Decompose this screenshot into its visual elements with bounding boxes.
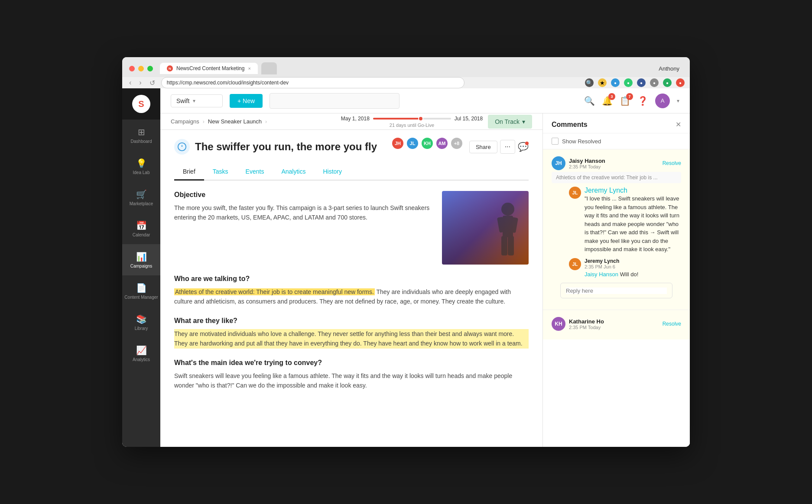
comment-2-header: KH Katharine Ho 2:35 PM Today Resolve [552, 317, 681, 331]
new-button[interactable]: + New [230, 94, 263, 108]
tab-analytics[interactable]: Analytics [273, 164, 314, 181]
reply-2-name: Jeremy Lynch [585, 258, 681, 264]
comment-2-time: 2:35 PM Today [569, 325, 604, 330]
minimize-window-button[interactable] [138, 66, 144, 71]
reply-input[interactable] [566, 288, 667, 294]
clipboard-button[interactable]: 📋 7 [620, 96, 630, 106]
active-tab[interactable]: N NewsCred Content Marketing × [160, 63, 258, 74]
bookmark-icon[interactable]: ★ [598, 78, 607, 87]
tab-favicon: N [167, 65, 173, 71]
hero-image [442, 191, 529, 265]
user-avatar[interactable]: A [655, 94, 670, 108]
comments-panel: Comments ✕ Show Resolved JH [542, 113, 690, 447]
profile-icon-1[interactable]: ● [611, 78, 620, 87]
status-button[interactable]: On Track ▾ [488, 115, 532, 129]
comment-reply-1: JL Jeremy Lynch "I love this ... Swift s… [569, 187, 681, 254]
search-icon-topbar[interactable]: 🔍 [584, 96, 595, 106]
extension-icon-1[interactable]: ● [650, 78, 659, 87]
close-comments-button[interactable]: ✕ [676, 120, 681, 129]
profile-icon-2[interactable]: ● [624, 78, 633, 87]
sidebar-label-marketplace: Marketplace [130, 201, 153, 206]
clipboard-badge: 7 [626, 93, 633, 100]
sidebar-label-library: Library [135, 326, 148, 331]
objective-title: Objective [174, 191, 433, 199]
new-tab-button[interactable] [261, 62, 277, 74]
extension-icon-2[interactable]: ● [663, 78, 672, 87]
top-bar: Swift ▾ + New 🔍 🔔 3 📋 7 [160, 88, 690, 113]
sidebar-item-content-manager[interactable]: 📄 Content Manager [122, 275, 160, 307]
notifications-button[interactable]: 🔔 3 [602, 96, 613, 106]
topbar-icons: 🔍 🔔 3 📋 7 ❓ A ▾ [584, 94, 679, 108]
profile-icon-3[interactable]: ● [637, 78, 646, 87]
sidebar-item-dashboard[interactable]: ⊞ Dashboard [122, 120, 160, 151]
resolve-button-1[interactable]: Resolve [663, 160, 681, 166]
reply-2-avatar: JL [569, 258, 581, 270]
library-icon: 📚 [136, 314, 147, 324]
sidebar-item-analytics[interactable]: 📈 Analytics [122, 338, 160, 369]
idea-lab-icon: 💡 [136, 158, 147, 168]
maximize-window-button[interactable] [147, 66, 153, 71]
avatar-4: AM [435, 137, 448, 150]
browser-user: Anthony [659, 65, 683, 72]
status-label: On Track [495, 118, 520, 125]
user-dropdown-icon[interactable]: ▾ [677, 98, 679, 104]
avatar-3: KH [421, 137, 434, 150]
extension-icon-3[interactable]: ● [676, 78, 685, 87]
more-options-button[interactable]: ··· [500, 140, 515, 154]
share-button[interactable]: Share [469, 141, 497, 153]
breadcrumb: Campaigns › New Sneaker Launch › May 1, … [160, 113, 542, 130]
tab-close-button[interactable]: × [248, 66, 250, 71]
marketplace-icon: 🛒 [136, 189, 147, 200]
close-window-button[interactable] [129, 66, 135, 71]
comments-toggle-button[interactable]: 💬 [518, 142, 529, 152]
breadcrumb-campaign-name[interactable]: New Sneaker Launch [208, 118, 262, 125]
tab-events[interactable]: Events [237, 164, 273, 181]
sidebar-item-marketplace[interactable]: 🛒 Marketplace [122, 182, 160, 213]
sidebar-item-idea-lab[interactable]: 💡 Idea Lab [122, 151, 160, 182]
avatar-2: JL [406, 137, 419, 150]
comments-header: Comments ✕ [543, 113, 690, 133]
forward-button[interactable]: › [137, 78, 143, 87]
sidebar-item-calendar[interactable]: 📅 Calendar [122, 213, 160, 244]
comment-thread-1: JH Jaisy Hanson 2:35 PM Today Resolve At… [543, 149, 690, 310]
who-title: Who are we talking to? [174, 275, 529, 283]
reply-1-text: "I love this ... Swift sneakers will lea… [585, 194, 681, 254]
tab-history[interactable]: History [314, 164, 351, 181]
like-title: What are they like? [174, 317, 529, 325]
comments-list: JH Jaisy Hanson 2:35 PM Today Resolve At… [543, 149, 690, 447]
status-dropdown-icon: ▾ [522, 118, 525, 125]
page-title: The swiffer you run, the more you fly [195, 141, 377, 153]
search-input[interactable] [270, 93, 400, 109]
idea-text: Swift sneakers will leave you feeling li… [174, 371, 529, 391]
commenter-2-info: KH Katharine Ho 2:35 PM Today [552, 317, 604, 331]
reply-input-area[interactable] [560, 283, 672, 298]
document-area: Campaigns › New Sneaker Launch › May 1, … [160, 113, 542, 447]
sidebar-label-content-manager: Content Manager [124, 295, 158, 300]
reload-button[interactable]: ↺ [148, 78, 157, 88]
breadcrumb-campaigns[interactable]: Campaigns [171, 118, 199, 125]
sidebar-logo: S [122, 88, 160, 120]
campaigns-icon: 📊 [136, 252, 147, 262]
tab-brief[interactable]: Brief [174, 164, 204, 181]
objective-section: Objective The more you swift, the faster… [174, 191, 529, 265]
notifications-badge: 3 [608, 93, 615, 100]
like-section: What are they like? They are motivated i… [174, 317, 529, 349]
show-resolved-checkbox[interactable] [552, 138, 559, 145]
comment-1-preview: Athletics of the creative world: Their j… [552, 172, 681, 183]
avatar-1: JH [391, 137, 404, 150]
search-icon-browser[interactable]: 🔍 [585, 78, 594, 87]
reply-2-mention: Jaisy Hanson [585, 271, 618, 278]
comments-title: Comments [552, 121, 588, 129]
workspace-selector[interactable]: Swift ▾ [171, 94, 223, 107]
breadcrumb-sep-1: › [203, 119, 205, 125]
sidebar-item-campaigns[interactable]: 📊 Campaigns [122, 244, 160, 275]
svg-point-1 [501, 203, 514, 216]
tab-tasks[interactable]: Tasks [204, 164, 237, 181]
url-bar[interactable]: https://cmp.newscred.com/cloud/insights/… [161, 77, 464, 88]
resolve-button-2[interactable]: Resolve [663, 321, 681, 327]
back-button[interactable]: ‹ [127, 78, 133, 87]
collaborators-avatars: JH JL KH AM +8 [391, 137, 463, 150]
like-text: They are motivated individuals who love … [174, 329, 529, 349]
help-button[interactable]: ❓ [637, 96, 648, 106]
sidebar-item-library[interactable]: 📚 Library [122, 307, 160, 338]
